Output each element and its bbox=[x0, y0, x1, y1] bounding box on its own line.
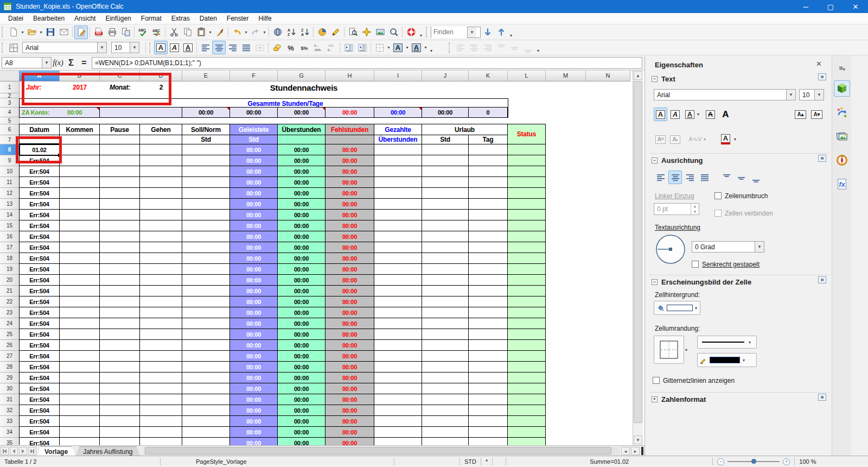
stacked-checkbox[interactable]: Senkrecht gestapelt bbox=[692, 261, 760, 268]
cell-a29[interactable]: Err:504 bbox=[20, 373, 60, 383]
cell-c27[interactable] bbox=[100, 351, 140, 362]
menu-item-daten[interactable]: Daten bbox=[195, 14, 222, 23]
cell-i18[interactable] bbox=[374, 253, 422, 264]
undo-button[interactable] bbox=[230, 26, 244, 39]
cell-h33[interactable]: 00:00 bbox=[326, 416, 374, 427]
collapse-icon[interactable]: − bbox=[652, 279, 658, 285]
underline-dropdown-icon[interactable]: ▾ bbox=[697, 112, 699, 117]
font-name-dropdown-icon[interactable]: ▼ bbox=[97, 42, 106, 53]
cell-b33[interactable] bbox=[60, 416, 100, 427]
cell-b10[interactable] bbox=[60, 166, 100, 177]
objects-bottom-button[interactable] bbox=[521, 41, 535, 54]
cell-d20[interactable] bbox=[140, 275, 182, 286]
cell-e19[interactable] bbox=[182, 264, 230, 275]
cell-l35[interactable] bbox=[508, 438, 546, 445]
header-geleistete-std[interactable]: Std bbox=[229, 135, 278, 144]
cell-h14[interactable]: 00:00 bbox=[326, 210, 374, 220]
header-gezahlte[interactable]: Gezahlte bbox=[374, 124, 422, 135]
cell-h11[interactable]: 00:00 bbox=[326, 177, 374, 188]
cell-i17[interactable] bbox=[374, 242, 422, 253]
merge-cells-checkbox[interactable]: Zellen verbinden bbox=[714, 210, 773, 217]
name-box[interactable]: A8 ▼ bbox=[2, 57, 52, 68]
header-soll-norm-std[interactable]: Std bbox=[182, 135, 230, 144]
hyperlink-button[interactable] bbox=[271, 26, 284, 39]
cell-b12[interactable] bbox=[60, 188, 100, 199]
cell-b19[interactable] bbox=[60, 264, 100, 275]
cell-e12[interactable] bbox=[182, 188, 230, 199]
cell-e16[interactable] bbox=[182, 231, 230, 242]
cell-a13[interactable]: Err:504 bbox=[20, 199, 60, 210]
cell-a22[interactable]: Err:504 bbox=[20, 296, 60, 307]
cell-k31[interactable] bbox=[469, 394, 508, 405]
row-header-19[interactable]: 19 bbox=[0, 264, 20, 275]
cell-b14[interactable] bbox=[60, 210, 100, 220]
border-picker-button[interactable] bbox=[654, 336, 684, 364]
cell-a31[interactable]: Err:504 bbox=[20, 394, 60, 405]
cell-a30[interactable]: Err:504 bbox=[20, 383, 60, 394]
last-sheet-icon[interactable] bbox=[28, 447, 36, 455]
cell-f14[interactable]: 00:00 bbox=[230, 210, 278, 220]
header-pause[interactable]: Pause bbox=[99, 124, 140, 135]
cell-e32[interactable] bbox=[182, 405, 230, 416]
cell-j35[interactable] bbox=[422, 438, 469, 445]
cell-g10[interactable]: 00:00 bbox=[278, 166, 326, 177]
cell-l21[interactable] bbox=[508, 286, 546, 296]
cell-i33[interactable] bbox=[374, 416, 422, 427]
cell-d33[interactable] bbox=[140, 416, 182, 427]
number-format-button[interactable]: $% bbox=[297, 41, 311, 54]
row-header-12[interactable]: 12 bbox=[0, 188, 20, 199]
cell-b8[interactable] bbox=[60, 144, 100, 155]
cell-k10[interactable] bbox=[469, 166, 508, 177]
cell-h23[interactable]: 00:00 bbox=[326, 307, 374, 318]
cell-b20[interactable] bbox=[60, 275, 100, 286]
cell-h9[interactable]: 00:00 bbox=[326, 155, 374, 166]
cell-k9[interactable] bbox=[469, 155, 508, 166]
scroll-up-icon[interactable]: ▲ bbox=[634, 71, 642, 80]
wrap-text-checkbox[interactable]: Zeilenumbruch bbox=[714, 192, 768, 200]
redo-button[interactable] bbox=[248, 26, 262, 39]
cell-l20[interactable] bbox=[508, 275, 546, 286]
cell-g26[interactable]: 00:00 bbox=[278, 340, 326, 351]
objects-left-button[interactable] bbox=[454, 41, 467, 54]
gallery-deck-icon[interactable] bbox=[834, 128, 850, 144]
cell-k24[interactable] bbox=[469, 318, 508, 329]
cell-e34[interactable] bbox=[182, 427, 230, 438]
cell-c23[interactable] bbox=[100, 307, 140, 318]
show-gridlines-checkbox[interactable]: Gitternetzlinien anzeigen bbox=[653, 377, 735, 384]
insert-mode[interactable]: STD bbox=[460, 458, 481, 465]
cell-a15[interactable]: Err:504 bbox=[20, 220, 60, 231]
print-preview-button[interactable] bbox=[119, 26, 132, 39]
cell-l32[interactable] bbox=[508, 405, 546, 416]
cell-f35[interactable]: 00:00 bbox=[230, 438, 278, 445]
find-down-button[interactable] bbox=[481, 26, 494, 39]
row-header-2[interactable]: 2 bbox=[0, 93, 20, 98]
cell-c31[interactable] bbox=[100, 394, 140, 405]
cell-j13[interactable] bbox=[422, 199, 469, 210]
cell-a27[interactable]: Err:504 bbox=[20, 351, 60, 362]
cell-j34[interactable] bbox=[422, 427, 469, 438]
cell-c18[interactable] bbox=[100, 253, 140, 264]
cell-k32[interactable] bbox=[469, 405, 508, 416]
help-button[interactable] bbox=[404, 26, 418, 39]
cell-g35[interactable]: 00:00 bbox=[278, 438, 326, 445]
cell-f22[interactable]: 00:00 bbox=[230, 296, 278, 307]
cell-k16[interactable] bbox=[469, 231, 508, 242]
cell-k29[interactable] bbox=[469, 373, 508, 383]
sidebar-align-justify-icon[interactable] bbox=[698, 171, 711, 184]
cell-d27[interactable] bbox=[140, 351, 182, 362]
cell-i11[interactable] bbox=[374, 177, 422, 188]
cell-d32[interactable] bbox=[140, 405, 182, 416]
row-header-27[interactable]: 27 bbox=[0, 351, 20, 362]
cell-j22[interactable] bbox=[422, 296, 469, 307]
align-justify-button[interactable] bbox=[239, 41, 253, 54]
cell-b31[interactable] bbox=[60, 394, 100, 405]
sidebar-valign-bottom-icon[interactable] bbox=[749, 171, 763, 184]
line-style-dropdown-icon[interactable]: ▾ bbox=[749, 340, 751, 345]
sidebar-font-color-icon[interactable]: A bbox=[719, 132, 732, 146]
navigator-deck-icon[interactable]: N bbox=[834, 152, 850, 168]
cell-g17[interactable]: 00:00 bbox=[278, 242, 326, 253]
cell-f13[interactable]: 00:00 bbox=[230, 199, 278, 210]
cell-b17[interactable] bbox=[60, 242, 100, 253]
cell-e23[interactable] bbox=[182, 307, 230, 318]
row-header-21[interactable]: 21 bbox=[0, 286, 20, 296]
